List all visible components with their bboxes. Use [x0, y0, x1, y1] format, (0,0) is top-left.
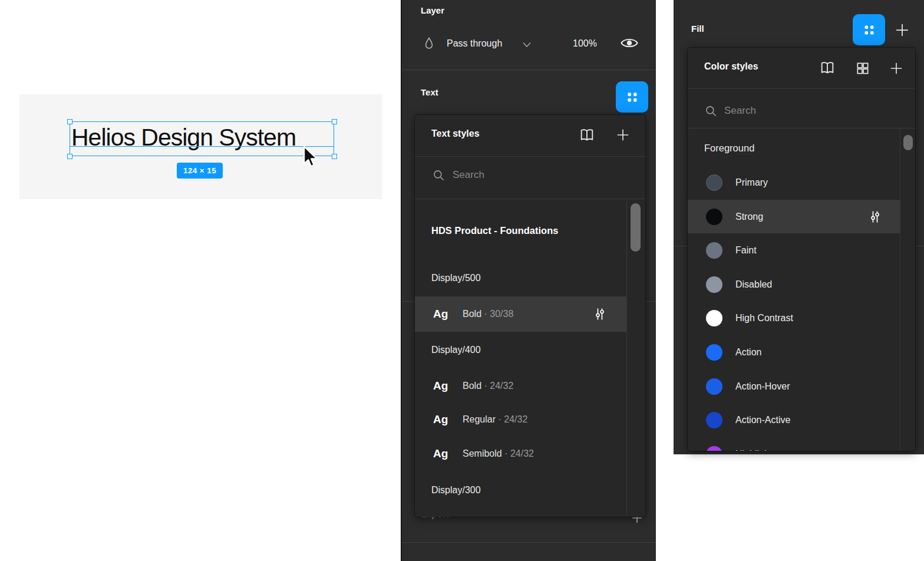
style-name: Bold · 30/38 — [463, 309, 513, 319]
style-name: Regular — [463, 414, 496, 424]
style-group-label: Display/400 — [431, 345, 481, 355]
color-swatch — [706, 174, 722, 191]
size-badge: 124 × 15 — [177, 163, 223, 179]
color-style-row-action[interactable]: Action — [688, 335, 900, 369]
color-swatch — [706, 412, 722, 428]
visibility-eye-icon[interactable] — [620, 37, 639, 50]
selection-handle-bottom-right[interactable] — [332, 154, 337, 159]
color-style-row-highlight[interactable]: Highlight — [688, 437, 900, 451]
scrollbar-thumb[interactable] — [631, 203, 641, 252]
style-group-label: Display/500 — [431, 273, 481, 283]
text-style-row-display400-bold[interactable]: Ag Bold · 24/32 — [415, 369, 626, 402]
style-name: Semibold — [463, 448, 502, 458]
color-swatch — [706, 378, 722, 395]
add-color-style-plus-icon[interactable] — [889, 61, 904, 76]
color-styles-popup: Color styles Search Foreground Primary — [688, 48, 915, 451]
color-style-name: Primary — [735, 177, 768, 188]
style-meta: · 30/38 — [484, 309, 513, 319]
color-swatch — [706, 310, 722, 326]
adjust-sliders-icon[interactable] — [593, 306, 607, 322]
library-book-icon[interactable] — [819, 60, 836, 76]
color-style-name: Action-Hover — [735, 381, 790, 392]
color-style-name: Action — [735, 347, 761, 358]
color-swatch — [706, 209, 722, 225]
text-styles-popup: Text styles Search HDS Product - Foundat… — [415, 115, 645, 517]
color-style-name: High Contrast — [735, 313, 793, 324]
color-style-row-disabled[interactable]: Disabled — [688, 268, 900, 301]
four-dots-icon — [625, 90, 640, 105]
blend-mode-dropdown[interactable]: Pass through — [447, 38, 502, 49]
style-sample: Ag — [433, 447, 448, 460]
color-style-row-strong[interactable]: Strong — [688, 200, 900, 233]
grid-view-icon[interactable] — [855, 61, 870, 76]
color-swatch — [706, 242, 722, 259]
text-style-row-display400-semibold[interactable]: Ag Semibold · 24/32 — [415, 437, 626, 470]
opacity-value[interactable]: 100% — [573, 38, 597, 49]
search-placeholder: Search — [724, 105, 756, 117]
color-style-name: Disabled — [735, 279, 772, 290]
color-styles-popup-title: Color styles — [704, 61, 758, 72]
search-icon — [704, 104, 718, 118]
canvas[interactable]: Helios Design System 124 × 15 — [19, 94, 382, 199]
fill-section-title: Fill — [691, 24, 704, 34]
layer-section-title: Layer — [421, 5, 444, 15]
library-heading: HDS Product - Foundations — [431, 225, 558, 236]
color-style-row-action-active[interactable]: Action-Active — [688, 403, 900, 437]
color-style-row-faint[interactable]: Faint — [688, 233, 900, 267]
selection-handle-top-right[interactable] — [332, 119, 337, 124]
library-book-icon[interactable] — [578, 127, 596, 143]
color-style-row-primary[interactable]: Primary — [688, 166, 900, 199]
add-fill-plus-icon[interactable] — [894, 22, 910, 38]
style-name: Bold — [463, 381, 481, 391]
color-style-row-high-contrast[interactable]: High Contrast — [688, 301, 900, 335]
four-dots-icon — [862, 22, 877, 38]
style-group-label: Display/300 — [431, 485, 481, 496]
color-swatch — [706, 446, 722, 451]
selection-handle-bottom-left[interactable] — [67, 154, 72, 159]
style-sample: Ag — [433, 308, 448, 321]
style-meta: · 24/32 — [504, 448, 534, 458]
text-style-row-display400-regular[interactable]: Ag Regular · 24/32 — [415, 402, 626, 436]
color-style-name: Strong — [735, 212, 763, 222]
text-style-row-display500-bold[interactable]: Ag Bold · 30/38 — [415, 296, 626, 332]
style-sample: Ag — [433, 413, 448, 426]
color-swatch — [706, 276, 722, 293]
style-meta: · 24/32 — [484, 381, 513, 391]
color-styles-toggle-button[interactable] — [853, 14, 885, 45]
adjust-sliders-icon[interactable] — [868, 209, 882, 225]
scrollbar-thumb[interactable] — [903, 135, 913, 150]
text-styles-popup-title: Text styles — [431, 128, 480, 139]
style-sample: Ag — [433, 380, 448, 392]
search-icon — [432, 169, 446, 182]
blend-droplet-icon — [423, 37, 435, 52]
color-swatch — [706, 344, 722, 361]
search-placeholder: Search — [453, 169, 484, 181]
mouse-cursor-icon — [297, 144, 322, 171]
selection-handle-top-left[interactable] — [67, 119, 72, 124]
chevron-down-icon[interactable] — [522, 41, 532, 48]
color-style-row-action-hover[interactable]: Action-Hover — [688, 369, 900, 403]
color-style-name: Highlight — [735, 449, 772, 451]
color-group-label: Foreground — [704, 143, 754, 154]
add-text-style-plus-icon[interactable] — [615, 127, 631, 143]
style-meta: · 24/32 — [498, 414, 527, 424]
color-style-name: Faint — [735, 245, 757, 256]
color-style-name: Action-Active — [735, 415, 790, 425]
selection-box[interactable] — [70, 121, 334, 156]
text-section-title: Text — [421, 87, 438, 97]
text-styles-toggle-button[interactable] — [616, 81, 648, 113]
